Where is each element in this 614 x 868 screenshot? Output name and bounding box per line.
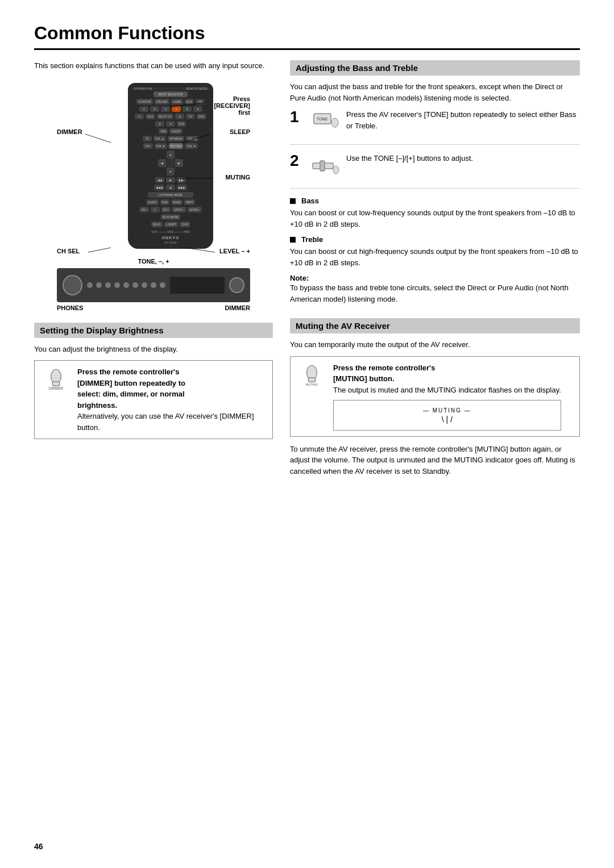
tone-adjust-icon	[311, 153, 339, 181]
svg-text:DIMMER: DIMMER	[49, 386, 64, 390]
tone-label-area: TONE, –, + PHONES	[34, 258, 273, 311]
bass-subsection: Bass You can boost or cut low-frequency …	[290, 197, 580, 229]
step2-icon	[309, 153, 341, 181]
display-brightness-section: Setting the Display Brightness You can a…	[34, 323, 273, 440]
muting-intro: You can temporarily mute the output of t…	[290, 339, 580, 350]
left-column: This section explains functions that can…	[34, 60, 273, 490]
display-brightness-intro: You can adjust the brightness of the dis…	[34, 344, 273, 355]
page-title: Common Functions	[34, 23, 580, 50]
press-receiver-label: Press [RECEIVER] first	[214, 95, 250, 116]
muting-info-box: MUTING Press the remote controller's [MU…	[290, 356, 580, 437]
treble-title: Treble	[290, 235, 580, 244]
svg-rect-7	[52, 382, 60, 386]
receiver-display	[170, 277, 225, 294]
muting-step-text: Press the remote controller's [MUTING] b…	[333, 362, 561, 431]
svg-text:TONE: TONE	[317, 117, 328, 121]
step1-row: 1 TONE Press the AV receiver's [TONE] bu…	[290, 109, 580, 145]
note-text: To bypass the bass and treble tone circu…	[290, 282, 580, 304]
phones-label: PHONES	[57, 304, 83, 311]
receiver-panel	[57, 268, 250, 302]
page-number: 46	[34, 842, 43, 851]
note-block: Note: To bypass the bass and treble tone…	[290, 274, 580, 304]
step1-text: Press the AV receiver's [TONE] button re…	[346, 109, 580, 131]
volume-knob	[63, 275, 82, 295]
step2-text: Use the TONE [–]/[+] buttons to adjust.	[346, 153, 580, 164]
muting-header: Muting the AV Receiver	[290, 318, 580, 333]
step1-number: 1	[290, 109, 304, 125]
svg-text:MUTING: MUTING	[306, 383, 318, 386]
muting-display: — MUTING — / | \	[333, 400, 561, 431]
dimmer-label: DIMMER	[57, 128, 82, 135]
step2-number: 2	[290, 153, 304, 169]
dimmer-icon-area: DIMMER	[40, 366, 72, 392]
muting-press-icon: MUTING	[299, 362, 325, 388]
receiver-buttons	[87, 282, 165, 288]
panel-labels: PHONES DIMMER	[57, 304, 250, 311]
tone-label: TONE, –, +	[34, 258, 273, 265]
step2-row: 2 Use the TONE [–]/[+] buttons to adjust…	[290, 153, 580, 189]
bass-treble-knob	[229, 277, 244, 293]
svg-point-11	[331, 118, 338, 127]
tone-press-icon: TONE	[311, 109, 339, 137]
display-brightness-header: Setting the Display Brightness	[34, 323, 273, 338]
muting-unmute-text: To unmute the AV receiver, press the rem…	[290, 444, 580, 477]
right-column: Adjusting the Bass and Treble You can ad…	[290, 60, 580, 490]
intro-text: This section explains functions that can…	[34, 60, 273, 72]
onkyo-logo: ONKYO	[131, 235, 210, 241]
treble-bullet	[290, 237, 296, 243]
ch-sel-label: CH SEL	[57, 248, 80, 254]
dimmer-info-box: DIMMER Press the remote controller's [DI…	[34, 360, 273, 439]
dimmer-step-text: Press the remote controller's [DIMMER] b…	[77, 366, 267, 433]
svg-rect-13	[320, 161, 325, 171]
finger-press-icon: DIMMER	[43, 366, 69, 392]
muting-icon-area: MUTING	[296, 362, 327, 388]
dimmer2-label: DIMMER	[225, 304, 250, 311]
bass-title: Bass	[290, 197, 580, 205]
bass-treble-header: Adjusting the Bass and Treble	[290, 60, 580, 76]
muting-label: MUTING	[226, 174, 250, 181]
treble-text: You can boost or cut high-frequency soun…	[290, 246, 580, 268]
bass-text: You can boost or cut low-frequency sound…	[290, 207, 580, 229]
svg-point-14	[333, 166, 339, 174]
bass-treble-intro: You can adjust the bass and treble for t…	[290, 81, 580, 103]
svg-rect-16	[308, 378, 316, 382]
level-label: LEVEL – +	[219, 248, 250, 254]
treble-subsection: Treble You can boost or cut high-frequen…	[290, 235, 580, 268]
note-title: Note:	[290, 274, 580, 282]
remote-illustration: DIMMER SLEEP MUTING CH SEL LEVEL – + Pre…	[57, 83, 250, 249]
sleep-label: SLEEP	[230, 128, 250, 135]
step1-icon: TONE	[309, 109, 341, 137]
bass-treble-section: Adjusting the Bass and Treble You can ad…	[290, 60, 580, 304]
bass-bullet	[290, 198, 296, 204]
muting-section: Muting the AV Receiver You can temporari…	[290, 318, 580, 477]
